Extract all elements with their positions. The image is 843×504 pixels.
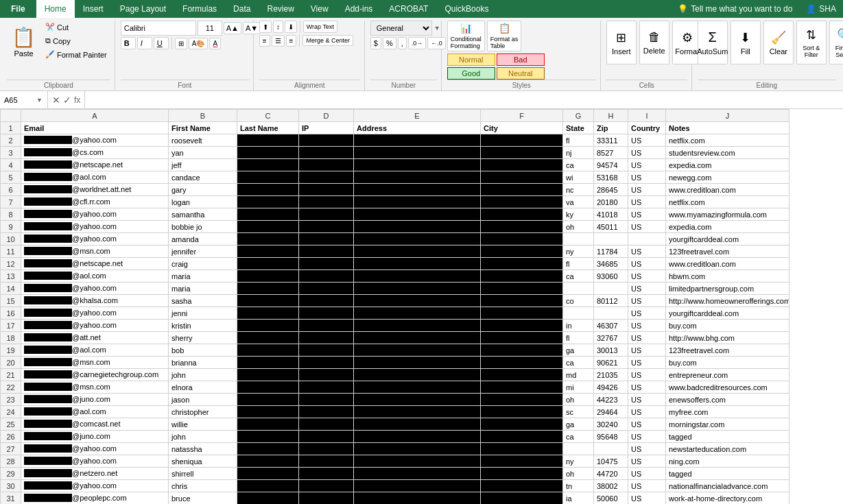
cell-city[interactable] xyxy=(481,344,563,357)
cell-state[interactable]: oh xyxy=(563,221,594,233)
cell-state[interactable]: tn xyxy=(563,480,594,492)
cell-country[interactable]: US xyxy=(628,196,666,208)
cell-address[interactable] xyxy=(354,369,481,381)
cell-firstname[interactable]: craig xyxy=(169,258,237,270)
font-color-button[interactable]: A xyxy=(209,38,221,49)
cell-zip[interactable]: 50060 xyxy=(594,492,628,505)
cell-ip[interactable] xyxy=(299,147,354,159)
cell-firstname[interactable]: samantha xyxy=(169,208,237,221)
formula-input[interactable] xyxy=(85,91,843,108)
cell-city[interactable] xyxy=(481,480,563,492)
cell-zip[interactable] xyxy=(594,283,628,295)
cell-ip[interactable] xyxy=(299,455,354,468)
cell-lastname[interactable] xyxy=(237,159,299,171)
cell-country[interactable]: US xyxy=(628,270,666,283)
cell-lastname[interactable] xyxy=(237,344,299,357)
cell-city[interactable] xyxy=(481,196,563,208)
cell-address[interactable] xyxy=(354,196,481,208)
cell-country[interactable]: US xyxy=(628,443,666,455)
cell-firstname[interactable]: kristin xyxy=(169,320,237,332)
cell-country[interactable]: US xyxy=(628,381,666,394)
cell-address[interactable] xyxy=(354,295,481,307)
cell-zip[interactable]: 30013 xyxy=(594,344,628,357)
cell-firstname[interactable]: jenni xyxy=(169,307,237,320)
cell-ip[interactable] xyxy=(299,208,354,221)
cell-country[interactable]: US xyxy=(628,418,666,431)
cell-state[interactable]: ga xyxy=(563,344,594,357)
cell-city[interactable] xyxy=(481,147,563,159)
cell-lastname[interactable] xyxy=(237,455,299,468)
cell-email[interactable]: @juno.com xyxy=(21,431,169,443)
cell-firstname[interactable]: john xyxy=(169,431,237,443)
cell-state[interactable] xyxy=(563,283,594,295)
cell-firstname[interactable]: chris xyxy=(169,480,237,492)
cell-address[interactable] xyxy=(354,283,481,295)
cell-firstname[interactable]: sheniqua xyxy=(169,455,237,468)
cell-notes[interactable]: expedia.com xyxy=(666,221,789,233)
cell-firstname[interactable]: willie xyxy=(169,418,237,431)
cell-lastname[interactable] xyxy=(237,221,299,233)
cell-firstname[interactable]: amanda xyxy=(169,233,237,245)
cell-email[interactable]: @aol.com xyxy=(21,270,169,283)
cell-lastname[interactable]: Last Name xyxy=(237,122,299,134)
cell-firstname[interactable]: First Name xyxy=(169,122,237,134)
cell-ip[interactable] xyxy=(299,431,354,443)
cell-city[interactable] xyxy=(481,307,563,320)
cell-state[interactable]: ca xyxy=(563,270,594,283)
cell-zip[interactable]: 33311 xyxy=(594,134,628,147)
cell-city[interactable] xyxy=(481,369,563,381)
cut-button[interactable]: ✂️ Cut xyxy=(42,21,110,34)
cell-firstname[interactable]: yan xyxy=(169,147,237,159)
cell-address[interactable] xyxy=(354,221,481,233)
cell-email[interactable]: @aol.com xyxy=(21,406,169,418)
cell-lastname[interactable] xyxy=(237,332,299,344)
bold-button[interactable]: B xyxy=(121,37,136,49)
cell-address[interactable] xyxy=(354,480,481,492)
cell-ip[interactable] xyxy=(299,258,354,270)
cell-country[interactable]: US xyxy=(628,258,666,270)
cell-zip[interactable]: 8527 xyxy=(594,147,628,159)
cell-email[interactable]: @netscape.net xyxy=(21,159,169,171)
cell-zip[interactable] xyxy=(594,443,628,455)
cell-ip[interactable]: IP xyxy=(299,122,354,134)
tab-insert[interactable]: Insert xyxy=(75,0,112,18)
number-format-select[interactable]: General Number Currency Percentage xyxy=(370,21,432,36)
cell-firstname[interactable]: bobbie jo xyxy=(169,221,237,233)
cell-zip[interactable] xyxy=(594,233,628,245)
cell-zip[interactable]: Zip xyxy=(594,122,628,134)
cell-zip[interactable]: 45011 xyxy=(594,221,628,233)
cell-email[interactable]: @comcast.net xyxy=(21,418,169,431)
cell-address[interactable] xyxy=(354,394,481,406)
cell-firstname[interactable]: bruce xyxy=(169,492,237,505)
cell-country[interactable]: US xyxy=(628,431,666,443)
cell-lastname[interactable] xyxy=(237,381,299,394)
cell-ip[interactable] xyxy=(299,492,354,505)
cell-city[interactable] xyxy=(481,221,563,233)
spreadsheet-container[interactable]: A B C D E F G H I J 1EmailFirst NameLast… xyxy=(0,109,843,504)
cell-city[interactable] xyxy=(481,406,563,418)
cell-address[interactable] xyxy=(354,406,481,418)
cell-ip[interactable] xyxy=(299,171,354,184)
cell-lastname[interactable] xyxy=(237,233,299,245)
cell-lastname[interactable] xyxy=(237,270,299,283)
tab-page-layout[interactable]: Page Layout xyxy=(112,0,174,18)
cell-address[interactable] xyxy=(354,245,481,258)
cell-notes[interactable]: netflix.com xyxy=(666,134,789,147)
cell-ip[interactable] xyxy=(299,468,354,480)
cell-firstname[interactable]: bob xyxy=(169,344,237,357)
insert-cells-button[interactable]: ⊞ Insert xyxy=(606,21,637,64)
cell-notes[interactable]: 123freetravel.com xyxy=(666,245,789,258)
cell-email[interactable]: @yahoo.com xyxy=(21,283,169,295)
cancel-formula-icon[interactable]: ✕ xyxy=(52,95,60,106)
cell-country[interactable]: US xyxy=(628,468,666,480)
borders-button[interactable]: ⊞ xyxy=(175,38,187,49)
cell-country[interactable]: US xyxy=(628,134,666,147)
cell-notes[interactable]: http://www.homeownerofferings.com xyxy=(666,295,789,307)
cell-country[interactable]: US xyxy=(628,171,666,184)
tab-review[interactable]: Review xyxy=(259,0,302,18)
cell-state[interactable]: oh xyxy=(563,468,594,480)
cell-country[interactable]: Country xyxy=(628,122,666,134)
cell-notes[interactable]: yourgiftcarddeal.com xyxy=(666,233,789,245)
cell-lastname[interactable] xyxy=(237,394,299,406)
cell-address[interactable] xyxy=(354,443,481,455)
